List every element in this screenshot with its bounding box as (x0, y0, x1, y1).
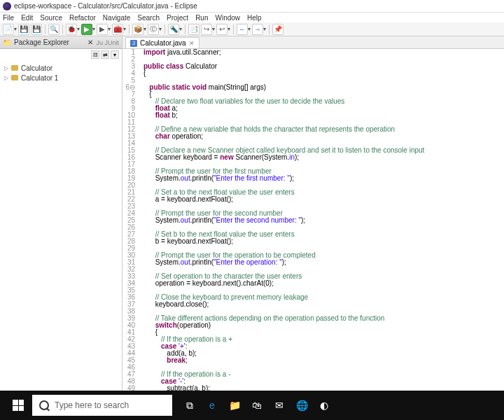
project-tree[interactable]: ▷Calculator▷Calculator 1 (0, 60, 122, 85)
coverage-icon[interactable]: ▶ (97, 24, 108, 35)
menu-bar: FileEditSourceRefactorNavigateSearchProj… (0, 13, 504, 22)
ext-tools-icon[interactable]: 🧰 (112, 24, 123, 35)
editor-tabs: J Calculator.java ✕ (122, 36, 504, 49)
java-file-icon: J (130, 40, 137, 47)
editor-tab-label: Calculator.java (140, 39, 186, 47)
mail-icon[interactable]: ✉ (269, 391, 290, 420)
store-icon[interactable]: 🛍 (246, 391, 267, 420)
close-icon[interactable]: ✕ (189, 40, 195, 47)
link-editor-icon[interactable]: ⇄ (101, 50, 109, 59)
debug-icon[interactable]: 🐞 (66, 24, 77, 35)
main-toolbar: 📄▾ 💾 💾 🔍 🐞▾ ▶▾ ▶▾ 🧰▾ 📦▾ Ⓒ▾ 🔦▾ 📑 ↪▾ ↩▾ ←▾… (0, 22, 504, 36)
menu-search[interactable]: Search (137, 14, 160, 22)
save-all-icon[interactable]: 💾 (31, 24, 42, 35)
search-icon (39, 400, 49, 410)
search-placeholder: Type here to search (55, 400, 129, 410)
explorer-icon[interactable]: 📁 (224, 391, 245, 420)
menu-help[interactable]: Help (247, 14, 262, 22)
code-text[interactable]: import java.util.Scanner; public class C… (139, 49, 504, 391)
menu-run[interactable]: Run (195, 14, 208, 22)
line-gutter: 123456⊖789101112131415161718192021222324… (122, 49, 139, 391)
menu-source[interactable]: Source (40, 14, 62, 22)
eclipse-icon (3, 2, 11, 10)
windows-logo-icon (13, 400, 24, 411)
new-package-icon[interactable]: 📦 (132, 24, 144, 35)
tree-item[interactable]: ▷Calculator (4, 63, 118, 73)
code-editor[interactable]: 123456⊖789101112131415161718192021222324… (122, 49, 504, 391)
windows-taskbar: Type here to search ⧉ e 📁 🛍 ✉ 🌐 ◐ (0, 391, 504, 420)
toggle-mark-icon[interactable]: 📑 (188, 24, 200, 35)
menu-navigate[interactable]: Navigate (103, 14, 130, 22)
workbench: 📁 Package Explorer ✕ Ju JUnit ⊟ ⇄ ▾ ▷Cal… (0, 36, 504, 391)
menu-file[interactable]: File (3, 14, 14, 22)
menu-edit[interactable]: Edit (21, 14, 33, 22)
editor-area: J Calculator.java ✕ 123456⊖7891011121314… (122, 36, 504, 391)
run-icon[interactable]: ▶ (81, 24, 92, 35)
back-icon[interactable]: ← (237, 24, 248, 35)
package-explorer-title: Package Explorer (14, 38, 85, 46)
edge-icon[interactable]: e (202, 391, 223, 420)
package-explorer-header[interactable]: 📁 Package Explorer ✕ Ju JUnit (0, 36, 122, 49)
open-type-icon[interactable]: 🔍 (48, 24, 59, 35)
window-title: eclipse-workspace - Calculator/src/Calcu… (14, 2, 197, 10)
task-view-icon[interactable]: ⧉ (179, 391, 200, 420)
view-menu-icon[interactable]: ▾ (111, 50, 119, 59)
menu-refactor[interactable]: Refactor (69, 14, 96, 22)
new-icon[interactable]: 📄 (3, 24, 14, 35)
package-explorer: 📁 Package Explorer ✕ Ju JUnit ⊟ ⇄ ▾ ▷Cal… (0, 36, 122, 391)
new-class-icon[interactable]: Ⓒ (148, 24, 159, 35)
tab-calculator-java[interactable]: J Calculator.java ✕ (125, 37, 200, 48)
tree-item[interactable]: ▷Calculator 1 (4, 73, 118, 83)
eclipse-task-icon[interactable]: ◐ (314, 391, 335, 420)
start-button[interactable] (4, 391, 32, 420)
taskbar-search[interactable]: Type here to search (32, 395, 172, 416)
next-annotation-icon[interactable]: ↪ (201, 24, 212, 35)
prev-annotation-icon[interactable]: ↩ (216, 24, 227, 35)
pin-icon[interactable]: 📌 (272, 24, 284, 35)
search-icon[interactable]: 🔦 (168, 24, 179, 35)
menu-window[interactable]: Window (215, 14, 240, 22)
forward-icon[interactable]: → (252, 24, 263, 35)
menu-project[interactable]: Project (167, 14, 188, 22)
title-bar: eclipse-workspace - Calculator/src/Calcu… (0, 0, 504, 13)
chrome-icon[interactable]: 🌐 (291, 391, 312, 420)
save-icon[interactable]: 💾 (18, 24, 29, 35)
collapse-all-icon[interactable]: ⊟ (91, 50, 99, 59)
